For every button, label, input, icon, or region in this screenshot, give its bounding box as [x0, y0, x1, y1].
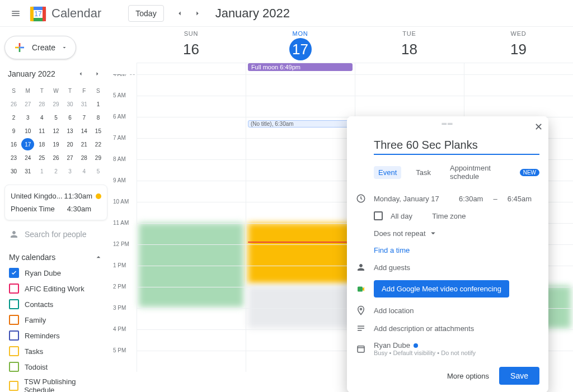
calendar-checkbox[interactable]: [9, 346, 19, 356]
mini-day[interactable]: 27: [21, 98, 34, 110]
mini-day[interactable]: 4: [35, 111, 48, 124]
close-button[interactable]: ✕: [534, 121, 543, 133]
mini-day[interactable]: 31: [21, 165, 34, 177]
add-meet-button[interactable]: Add Google Meet video conferencing: [374, 280, 509, 297]
calendar-checkbox[interactable]: [9, 330, 19, 341]
time-slot[interactable]: [246, 245, 355, 266]
calendar-list-item[interactable]: Family: [7, 312, 105, 328]
mini-day[interactable]: 9: [7, 125, 20, 137]
calendar-list-item[interactable]: Ryan Dube: [7, 265, 105, 281]
add-guests-field[interactable]: Add guests: [374, 263, 410, 272]
save-button[interactable]: Save: [499, 367, 539, 385]
time-slot[interactable]: [464, 96, 573, 117]
mini-day[interactable]: 29: [92, 152, 105, 164]
event-date[interactable]: Monday, January 17: [374, 195, 439, 203]
time-slot[interactable]: [137, 117, 246, 138]
calendar-checkbox[interactable]: [9, 381, 18, 391]
calendar-list-item[interactable]: AFIC Editing Work: [7, 281, 105, 296]
mini-day[interactable]: 17: [21, 138, 34, 150]
timezone-link[interactable]: Time zone: [432, 212, 466, 220]
mini-day[interactable]: 25: [35, 152, 48, 164]
day-column-header[interactable]: MON17: [246, 27, 355, 63]
calendar-list-item[interactable]: Todoist: [7, 359, 105, 375]
mini-day[interactable]: 8: [92, 111, 105, 124]
day-number[interactable]: 18: [398, 38, 421, 60]
time-slot[interactable]: [137, 351, 246, 372]
calendar-checkbox[interactable]: [9, 362, 19, 372]
time-slot[interactable]: [246, 139, 355, 159]
add-description-field[interactable]: Add description or attachments: [374, 324, 474, 333]
time-slot[interactable]: [137, 75, 246, 96]
time-slot[interactable]: [137, 139, 246, 159]
mini-day[interactable]: 30: [7, 165, 20, 177]
time-slot[interactable]: [137, 309, 246, 329]
calendar-list-item[interactable]: Contacts: [7, 296, 105, 312]
day-number[interactable]: 17: [289, 38, 312, 60]
time-slot[interactable]: [246, 266, 355, 287]
mini-day[interactable]: 7: [78, 111, 91, 124]
mini-day[interactable]: 3: [64, 165, 77, 177]
mini-day[interactable]: 22: [92, 138, 105, 150]
calendar-list-item[interactable]: Tasks: [7, 343, 105, 359]
event-title-input[interactable]: [374, 136, 539, 155]
calendar-list-item[interactable]: Reminders: [7, 328, 105, 343]
time-slot[interactable]: [246, 330, 355, 351]
event-owner[interactable]: Ryan Dube: [374, 341, 410, 350]
tab-task[interactable]: Task: [411, 166, 435, 179]
mini-day[interactable]: 14: [78, 125, 91, 137]
time-slot[interactable]: [246, 224, 355, 244]
mini-day[interactable]: 10: [21, 125, 34, 137]
time-slot[interactable]: [246, 287, 355, 308]
mini-day[interactable]: 12: [49, 125, 62, 137]
time-slot[interactable]: [246, 160, 355, 181]
mini-day[interactable]: 31: [78, 98, 91, 110]
time-slot[interactable]: [137, 202, 246, 223]
day-column-header[interactable]: SUN16: [137, 27, 246, 63]
mini-day[interactable]: 5: [92, 165, 105, 177]
mini-day[interactable]: 4: [78, 165, 91, 177]
mini-day[interactable]: 6: [64, 111, 77, 124]
time-slot[interactable]: [137, 181, 246, 202]
time-slot[interactable]: [246, 309, 355, 329]
mini-day[interactable]: 2: [49, 165, 62, 177]
create-button[interactable]: Create: [4, 36, 76, 59]
mini-day[interactable]: 19: [49, 138, 62, 150]
search-people-field[interactable]: Search for people: [4, 224, 107, 245]
find-time-link[interactable]: Find a time: [374, 246, 410, 254]
calendar-list-item[interactable]: TSW Publishing Schedule: [7, 375, 105, 392]
mini-day[interactable]: 30: [64, 98, 77, 110]
more-options-button[interactable]: More options: [447, 372, 489, 380]
time-slot[interactable]: [137, 96, 246, 117]
time-slot[interactable]: [137, 330, 246, 351]
mini-day[interactable]: 21: [78, 138, 91, 150]
mini-day[interactable]: 27: [64, 152, 77, 164]
mini-day[interactable]: 13: [64, 125, 77, 137]
mini-day[interactable]: 16: [7, 138, 20, 150]
time-slot[interactable]: [464, 75, 573, 96]
mini-day[interactable]: 1: [92, 98, 105, 110]
mini-day[interactable]: 20: [64, 138, 77, 150]
time-slot[interactable]: [246, 117, 355, 138]
add-location-field[interactable]: Add location: [374, 306, 414, 315]
time-slot[interactable]: [246, 96, 355, 117]
mini-day[interactable]: 15: [92, 125, 105, 137]
mini-day[interactable]: 1: [35, 165, 48, 177]
time-slot[interactable]: [137, 287, 246, 308]
time-slot[interactable]: [137, 224, 246, 244]
next-period-button[interactable]: [189, 4, 206, 22]
mini-day[interactable]: 26: [7, 98, 20, 110]
time-slot[interactable]: [355, 96, 464, 117]
visibility-summary[interactable]: Busy • Default visibility • Do not notif…: [374, 350, 476, 356]
drag-handle-icon[interactable]: ══: [442, 120, 453, 127]
today-button[interactable]: Today: [128, 5, 163, 22]
calendar-checkbox[interactable]: [9, 284, 19, 294]
time-slot[interactable]: [137, 245, 246, 266]
mini-day[interactable]: 18: [35, 138, 48, 150]
allday-event[interactable]: Full moon 6:49pm: [248, 63, 353, 71]
repeat-dropdown[interactable]: Does not repeat: [374, 228, 438, 238]
mini-day[interactable]: 24: [21, 152, 34, 164]
mini-day[interactable]: 3: [21, 111, 34, 124]
calendar-checkbox[interactable]: [9, 315, 19, 325]
mini-day[interactable]: 2: [7, 111, 20, 124]
time-slot[interactable]: [355, 75, 464, 96]
